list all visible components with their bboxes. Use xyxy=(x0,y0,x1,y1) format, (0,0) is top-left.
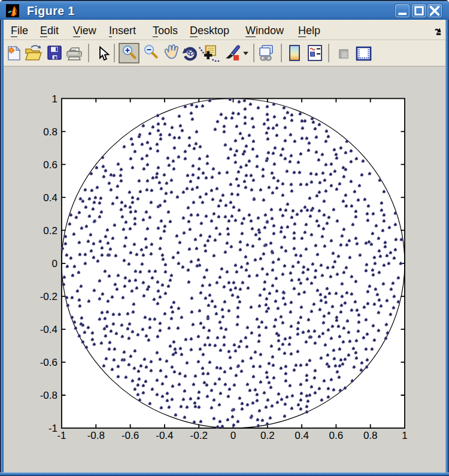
svg-text:-0.2: -0.2 xyxy=(40,291,57,302)
svg-text:0.6: 0.6 xyxy=(43,159,57,171)
svg-text:-0.8: -0.8 xyxy=(40,390,57,401)
svg-text:0.2: 0.2 xyxy=(43,225,57,237)
svg-text:-0.6: -0.6 xyxy=(122,430,139,441)
svg-text:0.8: 0.8 xyxy=(363,430,378,441)
svg-text:-1: -1 xyxy=(57,430,66,441)
svg-text:0.8: 0.8 xyxy=(43,126,57,138)
svg-text:-0.2: -0.2 xyxy=(190,430,208,441)
svg-text:0.2: 0.2 xyxy=(260,430,275,441)
svg-text:-0.4: -0.4 xyxy=(40,324,57,335)
svg-text:0.4: 0.4 xyxy=(295,430,309,441)
svg-text:1: 1 xyxy=(52,93,57,105)
svg-text:0.4: 0.4 xyxy=(43,192,57,204)
svg-text:-0.4: -0.4 xyxy=(156,430,173,441)
svg-text:0: 0 xyxy=(52,258,57,269)
svg-text:-0.8: -0.8 xyxy=(87,430,105,441)
svg-text:-0.6: -0.6 xyxy=(40,357,57,368)
svg-text:0: 0 xyxy=(230,430,236,441)
svg-text:1: 1 xyxy=(402,430,407,441)
svg-text:0.6: 0.6 xyxy=(329,430,344,441)
svg-text:-1: -1 xyxy=(48,423,57,434)
